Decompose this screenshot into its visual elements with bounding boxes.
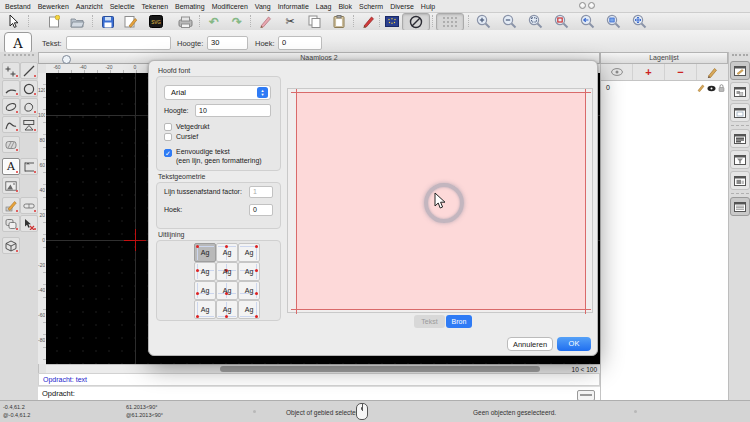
italic-checkbox[interactable] [164,133,172,141]
menu-bemating[interactable]: Bemating [175,3,205,10]
command-line-panel-toggle-icon[interactable] [730,129,750,148]
circle-tool-icon[interactable] [20,80,38,97]
window-minimize-button[interactable] [579,2,586,9]
menu-bewerken[interactable]: Bewerken [38,3,69,10]
zoom-pan-icon[interactable] [630,14,648,29]
align-bottom-right-button[interactable]: Ag [238,300,260,319]
toggle-visibility-eye-icon[interactable] [601,64,633,80]
copy-icon[interactable] [305,14,323,29]
align-middle-center-button[interactable]: Ag [216,262,238,281]
align-base-left-button[interactable]: Ag [194,281,216,300]
zoom-previous-icon[interactable] [578,14,596,29]
block-list-panel-toggle-icon[interactable] [730,82,750,101]
bold-checkbox[interactable] [164,123,172,131]
menu-laag[interactable]: Laag [316,3,332,10]
hatch-tool-icon[interactable] [2,136,20,153]
window-zoom-button[interactable] [588,2,595,9]
align-base-right-button[interactable]: Ag [238,281,260,300]
modify-tool-icon[interactable] [2,197,20,214]
point-tool-icon[interactable] [2,62,20,79]
menu-hulp[interactable]: Hulp [421,3,435,10]
grid-toggle-icon[interactable] [436,13,464,31]
measure-tool-icon[interactable] [20,197,38,214]
layer-row[interactable]: 0 [601,82,728,95]
scrollbar-thumb[interactable] [220,366,540,372]
layer-visible-eye-icon[interactable] [707,85,716,92]
align-middle-right-button[interactable]: Ag [238,262,260,281]
menu-blok[interactable]: Blok [338,3,352,10]
ok-button[interactable]: OK [557,337,591,351]
new-file-icon[interactable] [45,14,63,29]
align-top-center-button[interactable]: Ag [216,243,238,262]
paste-icon[interactable] [330,14,348,29]
property-editor-panel-toggle-icon[interactable] [730,197,750,216]
draw-pen-icon[interactable] [256,14,274,29]
edit-red-pen-icon[interactable] [359,14,377,29]
isometric-tool-icon[interactable] [2,237,20,254]
edit-layer-pencil-icon[interactable] [697,64,728,80]
menu-informatie[interactable]: Informatie [278,3,309,10]
pointer-icon[interactable] [5,14,23,29]
palette-drag-handle[interactable] [4,54,34,60]
redo-icon[interactable]: ↷ [228,14,246,29]
ellipse-tool-icon[interactable] [2,98,20,115]
add-layer-icon[interactable]: + [633,64,665,80]
restrict-off-icon[interactable] [402,13,430,31]
selection-filter-panel-toggle-icon[interactable] [730,150,750,169]
menu-modificeren[interactable]: Modificeren [212,3,248,10]
undo-icon[interactable]: ↶ [205,14,223,29]
layer-edit-pencil-icon[interactable] [697,84,705,92]
font-height-input[interactable]: 10 [195,104,271,117]
zoom-out-icon[interactable] [500,14,518,29]
align-base-center-button[interactable]: Ag [216,281,238,300]
remove-layer-icon[interactable]: − [665,64,697,80]
combo-arrows-icon[interactable]: ▲▼ [257,87,268,98]
spline-tool-icon[interactable] [20,98,38,115]
menu-tekenen[interactable]: Tekenen [142,3,168,10]
zoom-window-icon[interactable] [604,14,622,29]
align-bottom-left-button[interactable]: Ag [194,300,216,319]
align-bottom-center-button[interactable]: Ag [216,300,238,319]
line-spacing-input[interactable]: 1 [249,186,273,198]
deselect-tool-icon[interactable] [20,215,38,232]
command-input[interactable]: Opdracht: [38,386,600,400]
polyline-tool-icon[interactable] [2,116,20,133]
zoom-in-icon[interactable] [474,14,492,29]
preview-panel-toggle-icon[interactable] [730,171,750,190]
rail-drag-handle[interactable] [732,54,748,59]
print-icon[interactable] [176,14,194,29]
library-browser-panel-toggle-icon[interactable] [730,103,750,122]
cancel-button[interactable]: Annuleren [507,337,553,351]
menu-diverse[interactable]: Diverse [390,3,414,10]
simple-text-checkbox[interactable]: ✓ [164,149,172,157]
zoom-selection-icon[interactable] [552,14,570,29]
menu-selectie[interactable]: Selectie [110,3,135,10]
svg-export-icon[interactable]: SVG [147,14,165,29]
menu-vang[interactable]: Vang [255,3,271,10]
layer-panel-header[interactable]: Lagenlijst [600,52,728,64]
text-input[interactable] [66,36,171,50]
shape-tool-icon[interactable] [20,116,38,133]
dimension-tool-icon[interactable] [20,158,38,175]
line-tool-icon[interactable] [20,62,38,79]
image-tool-icon[interactable] [2,177,20,194]
tab-text[interactable]: Tekst [414,315,445,328]
layer-lock-icon[interactable] [718,84,725,92]
open-file-icon[interactable] [68,14,86,29]
tab-source[interactable]: Bron [446,315,472,328]
arc-tool-icon[interactable] [2,80,20,97]
align-top-right-button[interactable]: Ag [238,243,260,262]
boolean-tool-icon[interactable] [2,215,20,232]
save-icon[interactable] [99,14,117,29]
height-input[interactable]: 30 [207,36,248,50]
align-middle-left-button[interactable]: Ag [194,262,216,281]
text-tool-palette-icon[interactable]: A [2,158,20,175]
zoom-auto-icon[interactable] [526,14,544,29]
align-top-left-button[interactable]: Ag [194,243,216,262]
cut-icon[interactable]: ✂ [281,14,299,29]
layer-list-panel-toggle-icon[interactable] [730,61,750,80]
angle-input[interactable]: 0 [278,36,322,50]
menu-scherm[interactable]: Scherm [359,3,383,10]
flag-icon[interactable] [383,14,401,29]
save-as-icon[interactable] [121,14,139,29]
